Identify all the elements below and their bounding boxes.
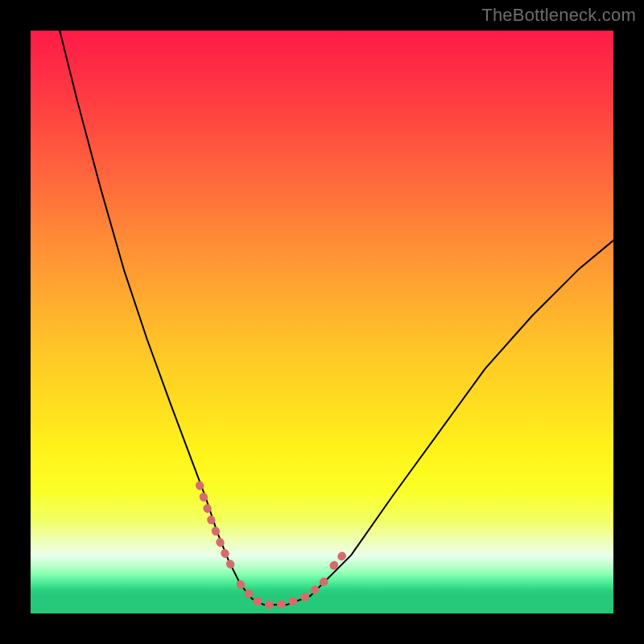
plot-area — [31, 31, 613, 613]
series-highlight-segments-seg-0 — [200, 485, 234, 573]
chart-frame: TheBottleneck.com — [0, 0, 644, 644]
watermark-text: TheBottleneck.com — [481, 5, 636, 26]
series-bottleneck-curve — [60, 31, 613, 605]
series-highlight-segments-seg-1 — [241, 584, 299, 605]
series-highlight-segments-seg-2 — [304, 580, 324, 597]
curve-layer — [31, 31, 613, 613]
